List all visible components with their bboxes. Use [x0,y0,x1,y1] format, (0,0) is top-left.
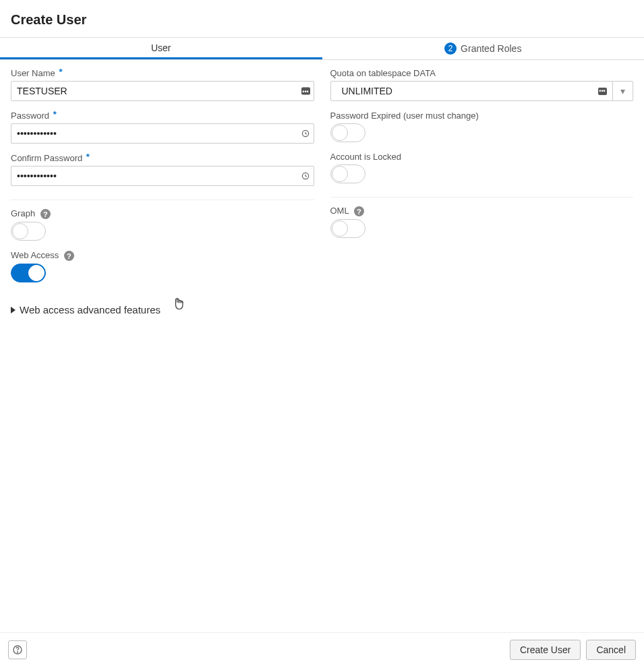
locked-field-wrap: Account is Locked [330,152,634,183]
graph-label-text: Graph [11,208,35,218]
webaccess-field-wrap: Web Access ? [11,250,314,282]
web-access-advanced-expander[interactable]: Web access advanced features [11,304,314,315]
quota-label: Quota on tablespace DATA [330,68,634,78]
form-left-column: User Name * ••• Password * Confirm [11,68,314,315]
ellipsis-icon[interactable]: ••• [301,88,310,95]
confirm-password-input[interactable] [11,166,314,186]
confirm-password-label: Confirm Password * [11,153,314,163]
oml-label-text: OML [330,206,349,216]
webaccess-toggle[interactable] [11,264,46,282]
oml-field-wrap: OML ? [330,206,634,238]
section-divider [11,200,314,200]
cancel-button[interactable]: Cancel [586,640,636,660]
pwdexpired-field-wrap: Password Expired (user must change) [330,111,634,142]
generate-password-icon[interactable] [301,171,310,181]
confirm-password-label-text: Confirm Password [11,153,82,163]
quota-select[interactable]: UNLIMITED ••• ▾ [330,81,634,101]
quota-ellipsis-icon[interactable]: ••• [592,82,612,100]
expander-label: Web access advanced features [20,304,160,315]
locked-toggle[interactable] [330,164,365,183]
password-field-wrap: Password * [11,111,314,144]
username-label: User Name * [11,68,314,78]
form-right-column: Quota on tablespace DATA UNLIMITED ••• ▾… [330,68,634,315]
password-label: Password * [11,111,314,121]
dialog-footer: Create User Cancel [0,632,644,666]
tab-granted-label: Granted Roles [461,43,521,54]
help-icon[interactable]: ? [64,251,74,261]
pwdexpired-toggle[interactable] [330,123,365,142]
webaccess-label-text: Web Access [11,250,59,260]
chevron-down-icon[interactable]: ▾ [612,82,633,100]
oml-label: OML ? [330,206,634,216]
graph-label: Graph ? [11,208,314,219]
confirm-password-field-wrap: Confirm Password * [11,153,314,186]
required-marker: * [59,67,62,77]
tab-granted-roles[interactable]: 2 Granted Roles [322,38,645,59]
username-label-text: User Name [11,68,55,78]
quota-field-wrap: Quota on tablespace DATA UNLIMITED ••• ▾ [330,68,634,101]
required-marker: * [86,152,90,162]
generate-password-icon[interactable] [301,129,310,138]
locked-label: Account is Locked [330,152,634,162]
pwdexpired-label: Password Expired (user must change) [330,111,634,121]
help-button[interactable] [8,640,27,659]
section-divider [330,197,634,198]
username-field-wrap: User Name * ••• [11,68,314,101]
webaccess-label: Web Access ? [11,250,314,261]
username-input[interactable] [11,81,314,101]
help-icon[interactable]: ? [40,209,51,219]
required-marker: * [53,109,57,119]
tab-granted-badge: 2 [444,42,457,55]
tabbar: User 2 Granted Roles [0,37,644,60]
quota-value: UNLIMITED [336,86,593,96]
tab-user[interactable]: User [0,38,322,59]
oml-toggle[interactable] [330,219,365,238]
svg-point-3 [17,651,18,652]
dialog-title: Create User [0,0,644,37]
chevron-right-icon [11,307,16,313]
password-label-text: Password [11,111,49,121]
form-area: User Name * ••• Password * Confirm [0,60,644,315]
create-user-button[interactable]: Create User [510,640,581,660]
graph-field-wrap: Graph ? [11,208,314,241]
password-input[interactable] [11,123,314,144]
graph-toggle[interactable] [11,222,46,241]
tab-user-label: User [151,42,171,53]
help-icon[interactable]: ? [354,206,364,216]
